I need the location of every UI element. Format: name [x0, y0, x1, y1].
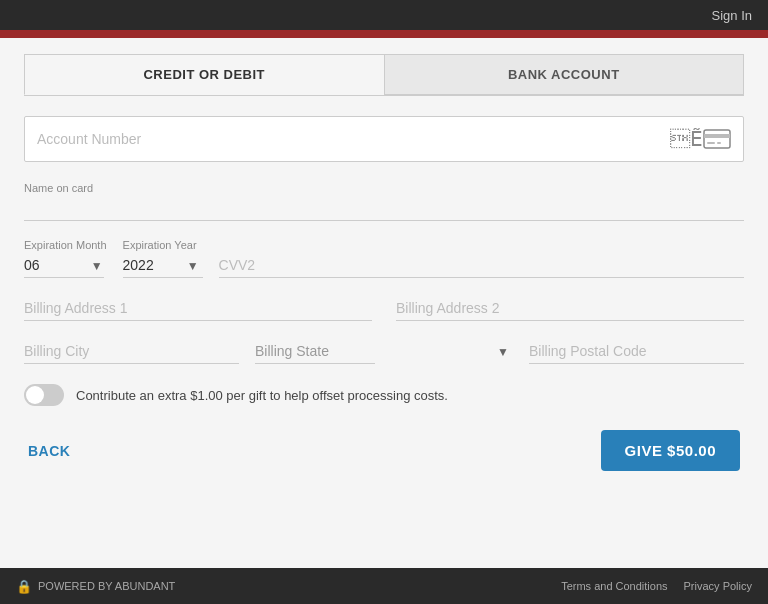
billing-state-select[interactable]: Billing State Alabama Alaska Arizona Cal…: [255, 339, 375, 364]
billing-address2-group: [396, 296, 744, 321]
cvv2-group: [219, 253, 744, 278]
svg-rect-0: [704, 130, 730, 148]
tab-bank-account[interactable]: BANK ACCOUNT: [384, 54, 745, 95]
toggle-slider: [24, 384, 64, 406]
processing-fee-text: Contribute an extra $1.00 per gift to he…: [76, 388, 448, 403]
powered-by: 🔒 POWERED BY ABUNDANT: [16, 579, 175, 594]
expiry-cvv-row: Expiration Month 01 02 03 04 05 06 07 08…: [24, 239, 744, 278]
billing-state-group: Billing State Alabama Alaska Arizona Cal…: [255, 339, 513, 364]
lock-icon: 🔒: [16, 579, 32, 594]
billing-postal-code-input[interactable]: [529, 339, 744, 364]
billing-city-group: [24, 339, 239, 364]
top-bar: Sign In: [0, 0, 768, 30]
form-area: Ẽ Name on card Expiration Month 01 02: [0, 96, 768, 568]
account-number-input[interactable]: [37, 127, 670, 151]
footer-links: Terms and Conditions Privacy Policy: [561, 580, 752, 592]
billing-address-row: [24, 296, 744, 321]
accent-bar: [0, 30, 768, 38]
expiration-year-group: Expiration Year 2020 2021 2022 2023 2024…: [123, 239, 203, 278]
name-on-card-input[interactable]: [24, 196, 744, 221]
expiration-year-select[interactable]: 2020 2021 2022 2023 2024 2025 2026: [123, 253, 203, 278]
state-dropdown-icon: ▼: [497, 345, 509, 359]
svg-rect-3: [717, 142, 721, 144]
back-button[interactable]: BACK: [28, 443, 70, 459]
processing-fee-toggle-row: Contribute an extra $1.00 per gift to he…: [24, 384, 744, 406]
cvv2-input[interactable]: [219, 253, 744, 278]
tab-row: CREDIT OR DEBIT BANK ACCOUNT: [24, 54, 744, 96]
main-area: CREDIT OR DEBIT BANK ACCOUNT Ẽ Name on …: [0, 38, 768, 568]
tab-credit-debit[interactable]: CREDIT OR DEBIT: [24, 54, 384, 95]
svg-rect-2: [707, 142, 715, 144]
footer-buttons: BACK GIVE $50.00: [24, 430, 744, 471]
powered-by-text: POWERED BY ABUNDANT: [38, 580, 175, 592]
name-on-card-group: Name on card: [24, 182, 744, 221]
expiration-month-group: Expiration Month 01 02 03 04 05 06 07 08…: [24, 239, 107, 278]
processing-fee-toggle[interactable]: [24, 384, 64, 406]
bottom-bar: 🔒 POWERED BY ABUNDANT Terms and Conditio…: [0, 568, 768, 604]
name-on-card-label: Name on card: [24, 182, 744, 194]
expiration-month-select[interactable]: 01 02 03 04 05 06 07 08 09 10 11 12: [24, 253, 104, 278]
terms-link[interactable]: Terms and Conditions: [561, 580, 667, 592]
sign-in-link[interactable]: Sign In: [712, 8, 752, 23]
svg-rect-1: [704, 134, 730, 138]
account-number-wrapper: Ẽ: [24, 116, 744, 162]
expiration-year-label: Expiration Year: [123, 239, 203, 251]
card-icon: Ẽ: [670, 127, 703, 151]
billing-city-input[interactable]: [24, 339, 239, 364]
give-button[interactable]: GIVE $50.00: [601, 430, 740, 471]
billing-address1-group: [24, 296, 372, 321]
billing-postal-code-group: [529, 339, 744, 364]
billing-address1-input[interactable]: [24, 296, 372, 321]
privacy-link[interactable]: Privacy Policy: [684, 580, 752, 592]
expiration-month-label: Expiration Month: [24, 239, 107, 251]
city-state-zip-row: Billing State Alabama Alaska Arizona Cal…: [24, 339, 744, 364]
card-icon-svg: [703, 129, 731, 149]
billing-address2-input[interactable]: [396, 296, 744, 321]
